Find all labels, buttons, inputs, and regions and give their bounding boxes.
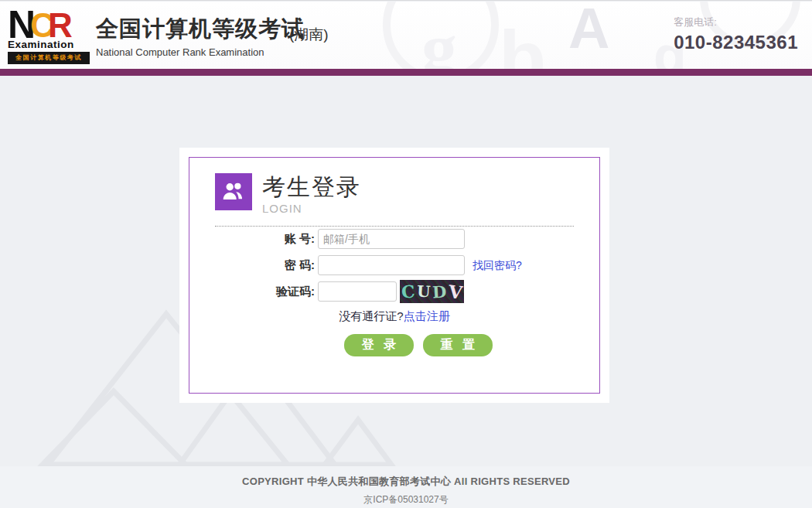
logo-letter-r: R xyxy=(48,11,73,40)
login-panel: 考生登录 LOGIN 账 号: 密 码: 找回密码? 验证码: xyxy=(179,148,609,403)
login-title-block: 考生登录 LOGIN xyxy=(262,172,361,215)
dotted-divider xyxy=(215,226,574,227)
login-panel-border: 考生登录 LOGIN 账 号: 密 码: 找回密码? 验证码: xyxy=(189,157,600,394)
ncr-logo-letters: N C R xyxy=(8,8,91,40)
login-button[interactable]: 登 录 xyxy=(344,334,414,356)
reset-button[interactable]: 重 置 xyxy=(423,334,493,356)
login-subtitle: LOGIN xyxy=(262,202,361,215)
province-label: (湖南) xyxy=(289,25,329,45)
main-area: 考生登录 LOGIN 账 号: 密 码: 找回密码? 验证码: xyxy=(0,76,812,467)
header-watermark-circle xyxy=(383,2,499,69)
logo-examination-text: Examination xyxy=(8,39,91,50)
page: g b A g N C R Examination 全国计算机等级考试 全国计算… xyxy=(0,0,812,508)
site-title: 全国计算机等级考试 National Computer Rank Examina… xyxy=(96,14,305,58)
header-watermark-letter: A xyxy=(568,2,609,61)
captcha-letter: C xyxy=(401,282,415,300)
no-pass-text: 没有通行证? xyxy=(339,309,403,322)
account-label: 账 号: xyxy=(244,229,315,249)
icp-number: 京ICP备05031027号 xyxy=(0,493,812,506)
register-line: 没有通行证?点击注册 xyxy=(189,309,599,324)
header-watermark-letter: b xyxy=(499,14,546,69)
password-label: 密 码: xyxy=(244,255,315,275)
captcha-letter: D xyxy=(432,283,447,300)
footer: COPYRIGHT 中华人民共和国教育部考试中心 All RIGHTS RESE… xyxy=(0,466,812,508)
site-title-en: National Computer Rank Examination xyxy=(96,46,305,58)
password-input[interactable] xyxy=(318,255,465,275)
register-link[interactable]: 点击注册 xyxy=(404,309,450,322)
captcha-label: 验证码: xyxy=(244,281,315,302)
service-phone-number: 010-82345361 xyxy=(674,32,798,53)
logo-bar-text: 全国计算机等级考试 xyxy=(8,52,90,64)
login-title: 考生登录 xyxy=(262,172,361,203)
header-divider-bar xyxy=(0,69,812,76)
captcha-input[interactable] xyxy=(318,281,397,302)
captcha-image[interactable]: C U D V xyxy=(400,280,464,303)
captcha-letter: V xyxy=(448,282,463,302)
forgot-password-link[interactable]: 找回密码? xyxy=(473,255,522,275)
service-phone-label: 客服电话: xyxy=(674,15,798,29)
service-phone-block: 客服电话: 010-82345361 xyxy=(674,15,798,53)
site-title-cn: 全国计算机等级考试 xyxy=(96,14,305,45)
users-icon-glyph xyxy=(220,179,247,205)
users-icon xyxy=(215,173,252,210)
copyright-text: COPYRIGHT 中华人民共和国教育部考试中心 All RIGHTS RESE… xyxy=(0,475,812,489)
captcha-letter: U xyxy=(417,284,431,300)
ncr-logo: N C R Examination 全国计算机等级考试 xyxy=(8,8,91,64)
header: g b A g N C R Examination 全国计算机等级考试 全国计算… xyxy=(0,2,812,69)
account-input[interactable] xyxy=(318,229,465,249)
